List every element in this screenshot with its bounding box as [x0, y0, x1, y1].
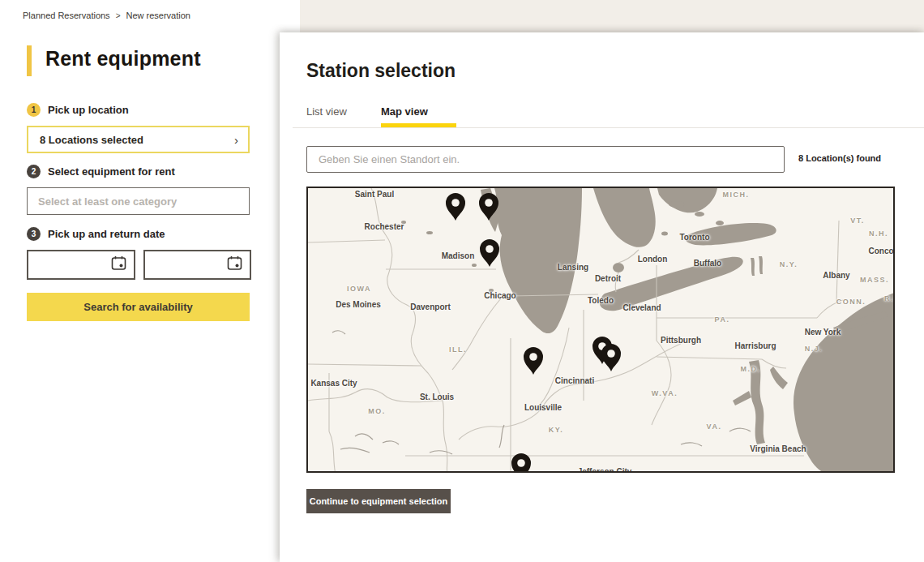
return-date-field[interactable]: [143, 250, 251, 280]
calendar-icon[interactable]: [227, 255, 242, 274]
results-count: 8 Location(s) found: [798, 153, 881, 163]
map-canvas[interactable]: Saint PaulRochesterMadisonDes MoinesDave…: [306, 187, 895, 473]
page-title: Rent equipment: [45, 47, 201, 71]
location-pin[interactable]: [521, 345, 545, 375]
step-3-badge: 3: [27, 227, 41, 241]
map-shapes: [308, 188, 895, 473]
step-3-label: Pick up and return date: [48, 228, 165, 240]
step-1-label: Pick up location: [48, 104, 129, 116]
chevron-right-icon: ›: [234, 134, 238, 146]
page: { "colors":{ "accent_yellow":"#f4d84d","…: [0, 0, 924, 562]
calendar-icon[interactable]: [111, 255, 126, 274]
equipment-category-input[interactable]: [27, 187, 250, 215]
tab-list-view[interactable]: List view: [306, 105, 347, 118]
search-availability-button[interactable]: Search for availability: [27, 293, 250, 321]
location-pin[interactable]: [509, 452, 533, 473]
pickup-date-field[interactable]: [27, 250, 135, 280]
continue-to-equipment-button[interactable]: Continue to equipment selection: [306, 489, 451, 513]
location-pin[interactable]: [477, 191, 501, 221]
breadcrumb-new-reservation[interactable]: New reservation: [126, 11, 190, 20]
breadcrumb-planned-reservations[interactable]: Planned Reservations: [23, 11, 110, 20]
title-accent-bar: [27, 45, 32, 76]
step-2-header: 2 Select equipment for rent: [27, 165, 175, 178]
panel-title: Station selection: [306, 60, 456, 82]
step-2-badge: 2: [27, 165, 41, 178]
tabs-divider: [293, 127, 924, 128]
breadcrumb: Planned Reservations > New reservation: [23, 11, 190, 20]
tab-map-view[interactable]: Map view: [381, 105, 428, 118]
station-search-input[interactable]: [306, 146, 785, 173]
step-2-label: Select equipment for rent: [48, 165, 175, 178]
breadcrumb-separator-icon: >: [116, 11, 121, 20]
station-selection-panel: Station selection List view Map view 8 L…: [280, 32, 924, 562]
location-pin[interactable]: [443, 191, 468, 221]
page-background-band: [300, 0, 924, 32]
step-1-badge: 1: [27, 103, 41, 117]
location-pin[interactable]: [599, 342, 623, 371]
step-3-header: 3 Pick up and return date: [27, 227, 165, 241]
step-1-header: 1 Pick up location: [27, 103, 129, 117]
pickup-location-selector[interactable]: 8 Locations selected ›: [27, 126, 250, 153]
location-pin[interactable]: [477, 238, 502, 267]
pickup-location-value: 8 Locations selected: [40, 134, 143, 146]
